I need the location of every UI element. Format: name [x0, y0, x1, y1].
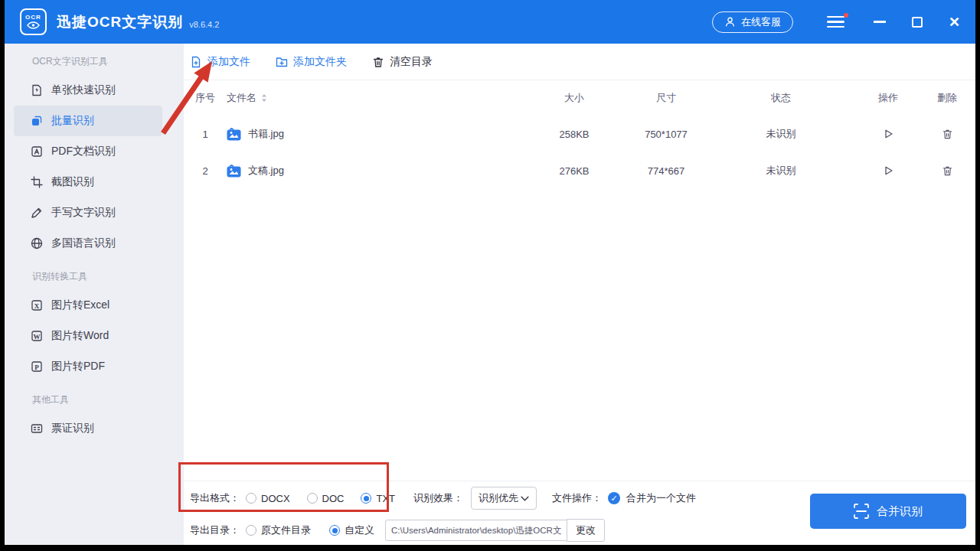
change-path-button[interactable]: 更改	[567, 519, 605, 542]
sort-icon[interactable]	[261, 93, 267, 103]
effect-select[interactable]: 识别优先	[471, 487, 537, 510]
sidebar-item-handwriting[interactable]: 手写文字识别	[14, 197, 162, 228]
sidebar-item-image-to-excel[interactable]: X 图片转Excel	[14, 290, 162, 321]
chevron-down-icon	[521, 496, 529, 501]
sidebar-item-image-to-pdf[interactable]: P 图片转PDF	[14, 351, 162, 382]
start-recognize-button[interactable]	[858, 165, 919, 177]
sidebar-item-multilanguage[interactable]: 多国语言识别	[14, 228, 162, 259]
add-file-label: 添加文件	[207, 55, 250, 69]
pdf-doc-icon	[31, 145, 43, 158]
format-txt-label: TXT	[376, 493, 395, 504]
export-format-label: 导出格式：	[190, 491, 240, 505]
add-folder-button[interactable]: 添加文件夹	[276, 55, 347, 69]
start-recognize-button[interactable]	[858, 128, 919, 140]
play-icon	[882, 165, 894, 177]
title-bar: OCR 迅捷OCR文字识别 v8.6.4.2 在线客服 ✕	[5, 0, 975, 44]
file-dimensions: 750*1077	[628, 129, 704, 140]
merge-file-label: 合并为一个文件	[626, 491, 696, 505]
sidebar-item-label: 单张快速识别	[51, 83, 116, 97]
export-directory-label: 导出目录：	[190, 523, 240, 537]
sidebar-item-screenshot[interactable]: 截图识别	[14, 167, 162, 197]
column-delete: 删除	[919, 91, 975, 105]
app-window: OCR 迅捷OCR文字识别 v8.6.4.2 在线客服 ✕ OCR文字识别工具	[5, 0, 975, 545]
table-header: 序号 文件名 大小 尺寸 状态 操作 删除	[184, 80, 975, 116]
page-flash-icon	[31, 84, 43, 96]
radio-checked-icon	[329, 525, 340, 536]
svg-text:P: P	[34, 364, 39, 371]
ticket-icon	[31, 422, 43, 435]
column-action: 操作	[858, 91, 919, 105]
play-icon	[882, 128, 894, 140]
main-panel: 添加文件 添加文件夹 清空目录 序号 文件名	[184, 44, 975, 545]
trash-icon	[942, 128, 953, 140]
menu-icon[interactable]	[827, 16, 844, 28]
dir-source-radio[interactable]: 原文件目录	[246, 523, 311, 537]
file-plus-icon	[190, 56, 202, 68]
sidebar-item-label: PDF文档识别	[51, 145, 116, 158]
file-name: 文稿.jpg	[248, 164, 284, 178]
online-service-label: 在线客服	[741, 15, 781, 29]
sidebar-item-single-quick[interactable]: 单张快速识别	[14, 75, 162, 106]
crop-icon	[31, 176, 43, 188]
maximize-button[interactable]	[912, 17, 923, 28]
trash-icon	[372, 56, 384, 68]
column-size: 大小	[521, 91, 628, 105]
delete-row-button[interactable]	[919, 128, 975, 140]
sidebar-item-label: 图片转Excel	[51, 298, 109, 312]
column-dimensions: 尺寸	[628, 91, 704, 105]
merge-scan-icon	[854, 504, 869, 519]
merge-recognize-button[interactable]: 合并识别	[810, 494, 966, 529]
sidebar-item-ticket-recognize[interactable]: 票证识别	[14, 413, 162, 444]
close-button[interactable]: ✕	[949, 15, 960, 29]
image-file-icon	[227, 165, 241, 178]
globe-icon	[31, 237, 43, 249]
svg-text:W: W	[34, 333, 41, 341]
image-file-icon	[227, 128, 241, 141]
effect-value: 识别优先	[479, 491, 518, 505]
effect-label: 识别效果：	[413, 491, 463, 505]
column-filename: 文件名	[227, 91, 256, 105]
sidebar-item-label: 图片转Word	[51, 329, 109, 343]
radio-icon	[246, 525, 256, 536]
file-dimensions: 774*667	[628, 165, 704, 177]
sidebar-item-pdf-recognize[interactable]: PDF文档识别	[14, 136, 162, 167]
sidebar-item-label: 多国语言识别	[51, 236, 116, 250]
sidebar-item-label: 批量识别	[51, 114, 94, 128]
sidebar-item-label: 手写文字识别	[51, 206, 116, 220]
column-status: 状态	[704, 91, 858, 105]
file-operation-label: 文件操作：	[552, 491, 602, 505]
sidebar-section-header: OCR文字识别工具	[32, 55, 184, 68]
file-size: 258KB	[521, 129, 628, 140]
dir-custom-radio[interactable]: 自定义	[329, 523, 374, 537]
sidebar-section-header: 其他工具	[32, 393, 184, 406]
file-size: 276KB	[521, 165, 628, 177]
sidebar-item-label: 截图识别	[51, 175, 94, 189]
file-status: 未识别	[704, 127, 858, 141]
dir-custom-label: 自定义	[345, 523, 374, 537]
sidebar-item-batch[interactable]: 批量识别	[14, 106, 162, 136]
format-txt-radio[interactable]: TXT	[361, 493, 395, 504]
sidebar-item-label: 票证识别	[51, 422, 94, 435]
pen-icon	[31, 207, 43, 219]
radio-icon	[246, 493, 256, 504]
word-icon: W	[31, 330, 43, 342]
merge-checkbox[interactable]: ✓	[608, 492, 620, 504]
table-row: 1 书籍.jpg 258KB 750*1077 未识别	[184, 116, 975, 152]
export-path-input[interactable]	[385, 520, 567, 541]
sidebar-item-image-to-word[interactable]: W 图片转Word	[14, 321, 162, 351]
file-status: 未识别	[704, 164, 858, 178]
clear-list-button[interactable]: 清空目录	[372, 55, 433, 69]
format-doc-radio[interactable]: DOC	[307, 493, 345, 504]
logo-text: OCR	[25, 15, 41, 21]
format-docx-label: DOCX	[261, 493, 290, 504]
folder-plus-icon	[276, 56, 288, 68]
delete-row-button[interactable]	[919, 165, 975, 177]
format-docx-radio[interactable]: DOCX	[246, 493, 290, 504]
add-file-button[interactable]: 添加文件	[190, 55, 250, 69]
online-service-button[interactable]: 在线客服	[712, 11, 793, 33]
excel-icon: X	[31, 299, 43, 311]
merge-recognize-label: 合并识别	[877, 504, 923, 519]
table-row: 2 文稿.jpg 276KB 774*667 未识别	[184, 152, 975, 189]
minimize-button[interactable]	[874, 21, 886, 23]
trash-icon	[942, 165, 953, 177]
